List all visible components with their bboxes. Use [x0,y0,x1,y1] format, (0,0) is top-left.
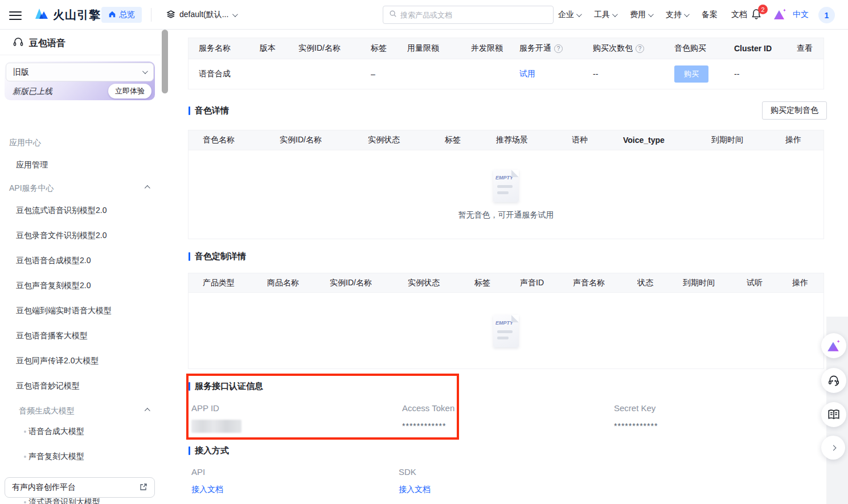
sdk-doc-link[interactable]: 接入文档 [399,485,431,495]
chevron-down-icon [232,11,238,17]
chevron-right-icon [830,445,836,450]
col-tag: 标签 [474,278,520,288]
sidebar-item-simul-translate[interactable]: 豆包同声传译2.0大模型 [16,356,155,366]
chevron-down-icon [648,11,654,17]
custom-voice-table-empty: EMPTY [189,293,824,369]
service-table-header: 服务名称 版本 实例ID/名称 标签 用量限额 并发限额 服务开通? 购买次数包… [189,38,824,59]
col-tag: 标签 [371,43,407,54]
version-select[interactable]: 旧版 [6,63,154,81]
sdk-label: SDK [399,467,416,477]
cell-purchase-package: -- [593,69,674,79]
trial-link[interactable]: 试用 [519,69,535,79]
group-api-center: API服务中心 [9,183,54,194]
menu-billing[interactable]: 费用 [630,10,652,20]
col-voice-purchase: 音色购买 [674,43,734,54]
access-token-value: ************ [402,421,446,431]
sidebar-item-clone-large[interactable]: 声音复刻大模型 [28,452,84,462]
subgroup-audio-gen[interactable]: 音频生成大模型 [19,406,75,416]
col-scene: 推荐场景 [496,135,572,145]
sidebar-item-tts-large[interactable]: 语音合成大模型 [28,427,84,437]
sidebar-item-e2e-realtime[interactable]: 豆包端到端实时语音大模型 [16,306,155,316]
notifications-button[interactable]: 2 [751,8,765,22]
sidebar-item-file-asr-2[interactable]: 豆包录音文件识别模型2.0 [16,231,155,241]
layers-icon [166,10,175,21]
menu-support[interactable]: 支持 [666,10,688,20]
help-icon[interactable]: ? [554,44,563,53]
hamburger-menu-icon[interactable] [9,9,22,21]
main-content [169,30,848,504]
home-icon [108,10,116,20]
collapse-caret-icon[interactable] [146,408,150,412]
sidebar-item-streaming-asr-large[interactable]: 流式语音识别大模型 [28,497,100,504]
divider [0,55,160,55]
access-token-label: Access Token [402,403,454,413]
language-switch[interactable]: 中文 [793,10,809,20]
sidebar: 豆包语音 旧版 新版已上线 立即体验 应用中心 应用管理 API服务中心 豆包流… [0,30,160,504]
ai-assistant-float-button[interactable] [821,333,846,358]
col-version: 版本 [260,43,298,54]
bullet-dot [24,456,26,458]
user-avatar[interactable]: 1 [818,7,835,23]
menu-icp[interactable]: 备案 [702,10,718,20]
try-now-button[interactable]: 立即体验 [108,84,151,99]
col-instance-status: 实例状态 [368,135,445,145]
book-icon [827,408,841,421]
sidebar-item-podcast[interactable]: 豆包语音播客大模型 [16,331,155,341]
sidebar-scrollbar[interactable] [162,30,168,93]
col-voice-id: 声音ID [520,278,573,288]
sidebar-item-tts-2[interactable]: 豆包语音合成模型2.0 [16,256,155,266]
documentation-button[interactable] [821,402,846,427]
group-app-center: 应用中心 [9,138,41,148]
brand-logo[interactable]: 火山引擎 [34,7,101,23]
help-icon[interactable]: ? [636,44,644,53]
collapse-caret-icon[interactable] [146,186,150,190]
voice-table-empty: EMPTY 暂无音色，可开通服务试用 [189,150,824,239]
buy-custom-voice-button[interactable]: 购买定制音色 [762,101,827,120]
headset-icon [827,374,840,387]
custom-voice-table: 产品类型 商品名称 实例ID/名称 实例状态 标签 声音ID 声音名称 状态 到… [188,273,824,369]
audio-creation-platform-link[interactable]: 有声内容创作平台 [5,477,155,498]
ai-assistant-header-button[interactable] [773,8,786,23]
section-accent-bar [189,446,190,455]
col-concurrency-limit: 并发限额 [471,43,519,54]
menu-enterprise[interactable]: 企业 [558,10,580,20]
bullet-dot [24,431,26,433]
sidebar-item-streaming-asr-2[interactable]: 豆包流式语音识别模型2.0 [16,206,155,216]
col-cluster-id: Cluster ID [734,44,797,53]
section-accent-bar [189,382,190,391]
col-language: 语种 [572,135,623,145]
page: 火山引擎 总览 default(默认... 企业 工具 费用 [0,0,848,504]
headset-ai-icon [13,36,24,50]
customer-support-button[interactable] [821,368,846,393]
project-selector[interactable]: default(默认... [166,7,236,23]
col-action: 操作 [792,278,824,288]
sidebar-item-app-management[interactable]: 应用管理 [16,160,155,170]
col-expire: 到期时间 [711,135,785,145]
chevron-down-icon [684,11,690,17]
overview-button[interactable]: 总览 [101,7,142,23]
col-instance: 实例ID/名称 [330,278,408,288]
new-version-text: 新版已上线 [13,87,52,97]
voice-table-header: 音色名称 实例ID/名称 实例状态 标签 推荐场景 语种 Voice_type … [189,130,824,150]
app-id-label: APP ID [191,403,219,413]
chevron-down-icon [612,11,618,17]
voice-table: 音色名称 实例ID/名称 实例状态 标签 推荐场景 语种 Voice_type … [188,130,824,239]
voice-detail-title: 音色详情 [189,105,229,116]
col-instance-status: 实例状态 [408,278,474,288]
api-label: API [191,467,205,477]
api-doc-link[interactable]: 接入文档 [191,485,223,495]
search-input[interactable] [400,11,537,19]
col-purchase-package: 购买次数包? [593,43,674,54]
col-audition: 试听 [747,278,792,288]
menu-docs[interactable]: 文档 [731,10,747,20]
chevron-down-icon [142,68,148,74]
buy-button[interactable]: 购买 [674,65,708,83]
bullet-dot [24,501,26,503]
sidebar-item-miaoji[interactable]: 豆包语音妙记模型 [16,381,155,391]
cell-service-name: 语音合成 [199,69,260,79]
section-accent-bar [189,106,190,115]
collapse-panel-button[interactable] [821,436,845,460]
col-view: 查看 [797,43,825,54]
sidebar-item-voice-clone-2[interactable]: 豆包声音复刻模型2.0 [16,281,155,291]
menu-tools[interactable]: 工具 [594,10,616,20]
